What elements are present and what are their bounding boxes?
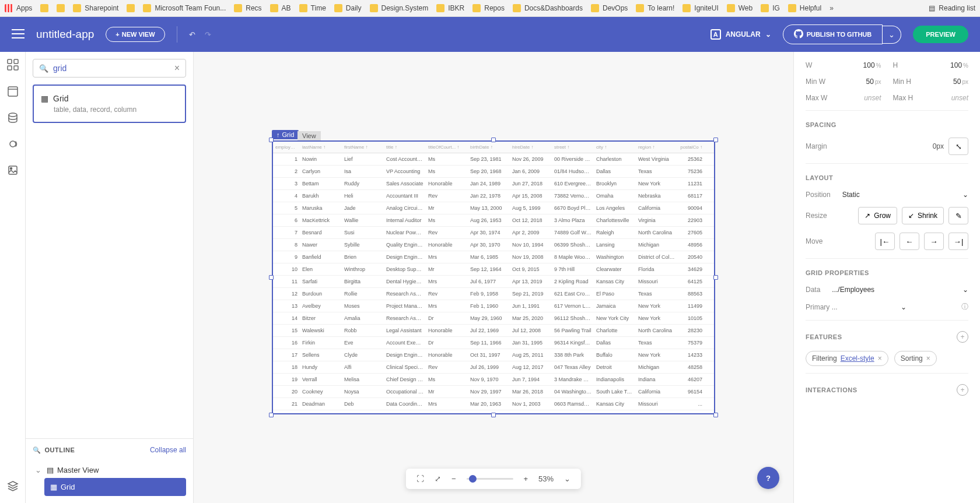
resize-handle-tl[interactable]: [269, 138, 274, 142]
height-value[interactable]: 100%: [950, 61, 968, 69]
minh-value[interactable]: 50px: [953, 78, 968, 86]
resize-handle-left[interactable]: [269, 275, 274, 280]
width-value[interactable]: 100%: [863, 61, 881, 69]
primary-key-select[interactable]: ⌄ ⓘ: [849, 302, 968, 312]
grid-component[interactable]: employeeID ↑lastName ↑firstName ↑title ↑…: [272, 140, 715, 414]
remove-filtering-button[interactable]: ×: [878, 354, 882, 363]
fullscreen-button[interactable]: ⤢: [435, 474, 441, 483]
column-header[interactable]: birthDate ↑: [468, 142, 510, 153]
bookmark-item[interactable]: [127, 4, 135, 12]
table-row[interactable]: 11SarfatiBirgittaDental HygienistMrsJul …: [273, 276, 714, 288]
table-row[interactable]: 19VerrallMelisaChief Design Eng...MsNov …: [273, 374, 714, 386]
column-header[interactable]: postalCo ↑: [678, 142, 705, 153]
publish-button[interactable]: PUBLISH TO GITHUB: [783, 24, 883, 44]
undo-button[interactable]: ↶: [189, 30, 195, 39]
table-row[interactable]: 5MaruskaJadeAnalog Circuit De...MrMay 13…: [273, 202, 714, 214]
table-row[interactable]: 18HundyAlfiClinical SpecialistRevJul 26,…: [273, 361, 714, 374]
table-row[interactable]: 15WalewskiRobbLegal AssistantHonorableJu…: [273, 325, 714, 337]
table-row[interactable]: 20CookneyNoysaOccupational The...MrNov 2…: [273, 386, 714, 398]
data-source-select[interactable]: .../Employees⌄: [832, 286, 968, 294]
data-tab[interactable]: [8, 112, 18, 125]
filtering-mode-link[interactable]: Excel-style: [841, 354, 874, 363]
column-header[interactable]: title ↑: [384, 142, 426, 153]
bookmarks-overflow[interactable]: »: [830, 4, 834, 12]
column-header[interactable]: street ↑: [552, 142, 594, 153]
column-header[interactable]: region ↑: [636, 142, 678, 153]
column-header[interactable]: city ↑: [594, 142, 636, 153]
zoom-out-button[interactable]: −: [452, 474, 456, 483]
maxh-value[interactable]: unset: [951, 94, 968, 102]
chevron-down-icon[interactable]: ⌄: [35, 466, 43, 474]
layers-button[interactable]: [7, 480, 19, 494]
component-grid-card[interactable]: ▦ Grid table, data, record, column: [33, 85, 186, 123]
column-header[interactable]: titleOfCourt... ↑: [426, 142, 468, 153]
bookmark-item[interactable]: Design.System: [370, 4, 429, 12]
assets-tab[interactable]: [8, 165, 18, 177]
bookmark-item[interactable]: [57, 4, 65, 12]
resize-none-button[interactable]: ✎: [949, 207, 968, 224]
table-row[interactable]: 10ElenWinthropDesktop Support...MrSep 12…: [273, 263, 714, 276]
table-row[interactable]: 17SellensClydeDesign EngineerHonorableOc…: [273, 349, 714, 361]
table-row[interactable]: 1NowinLiefCost AccountantMsSep 23, 1981N…: [273, 153, 714, 166]
resize-handle-bl[interactable]: [269, 413, 274, 417]
fit-screen-button[interactable]: ⛶: [416, 474, 424, 483]
bookmark-item[interactable]: [40, 4, 48, 12]
column-header[interactable]: hireDate ↑: [510, 142, 552, 153]
move-end-button[interactable]: →|: [949, 233, 968, 250]
resize-handle-br[interactable]: [713, 413, 718, 417]
bookmark-item[interactable]: Apps: [5, 4, 32, 12]
info-icon[interactable]: ⓘ: [961, 302, 968, 312]
resize-handle-bottom[interactable]: [491, 413, 496, 417]
bookmark-item[interactable]: Repos: [473, 4, 505, 12]
help-button[interactable]: ?: [757, 467, 779, 489]
bookmark-item[interactable]: Daily: [334, 4, 362, 12]
preview-button[interactable]: PREVIEW: [913, 26, 968, 43]
column-header[interactable]: firstName ↑: [342, 142, 384, 153]
move-right-button[interactable]: →: [924, 233, 944, 250]
zoom-slider[interactable]: [466, 478, 513, 480]
table-row[interactable]: 12BurdounRollieResearch Assista...RevFeb…: [273, 288, 714, 300]
margin-expand-button[interactable]: ⤡: [949, 138, 968, 155]
bookmark-item[interactable]: Sharepoint: [73, 4, 118, 12]
shrink-button[interactable]: ↙Shrink: [902, 207, 944, 224]
bookmark-item[interactable]: Helpful: [788, 4, 821, 12]
filtering-chip[interactable]: Filtering Excel-style ×: [806, 351, 888, 366]
table-row[interactable]: 14BitzerAmaliaResearch Assista...DrMay 2…: [273, 312, 714, 325]
publish-dropdown[interactable]: ⌄: [883, 26, 901, 44]
component-search[interactable]: 🔍 ×: [33, 59, 186, 78]
bookmark-item[interactable]: IBKR: [436, 4, 464, 12]
resize-handle-tr[interactable]: [713, 138, 718, 142]
margin-value[interactable]: 0px: [933, 142, 944, 150]
move-left-button[interactable]: ←: [900, 233, 919, 250]
grow-button[interactable]: ↗Grow: [858, 207, 897, 224]
bookmark-item[interactable]: IgniteUI: [682, 4, 718, 12]
views-tab[interactable]: [8, 86, 18, 99]
table-row[interactable]: 21DeadmanDebData CoordinatorMrsMar 20, 1…: [273, 398, 714, 410]
new-view-button[interactable]: + NEW VIEW: [106, 27, 164, 42]
table-row[interactable]: 3BettamRuddySales AssociateHonorableJan …: [273, 178, 714, 190]
collapse-all-link[interactable]: Collapse all: [150, 446, 186, 454]
table-row[interactable]: 6MacKettrickWallieInternal AuditorMsAug …: [273, 214, 714, 227]
reading-list-link[interactable]: ▤ Reading list: [929, 4, 975, 12]
table-row[interactable]: 16FirkinEveAccount ExecutiveDrSep 11, 19…: [273, 337, 714, 349]
bookmark-item[interactable]: Web: [727, 4, 752, 12]
table-row[interactable]: 7BesnardSusiNuclear Power E...RevApr 30,…: [273, 227, 714, 239]
bookmark-item[interactable]: Docs&Dashboards: [513, 4, 583, 12]
bookmark-item[interactable]: Time: [299, 4, 326, 12]
resize-handle-top[interactable]: [491, 138, 496, 142]
selection-badge[interactable]: ↑ Grid: [272, 130, 299, 139]
column-header[interactable]: lastName ↑: [300, 142, 342, 153]
tree-master-view[interactable]: ⌄ ▤ Master View: [33, 462, 186, 478]
framework-selector[interactable]: A ANGULAR ⌄: [710, 29, 771, 40]
add-feature-button[interactable]: +: [957, 331, 968, 343]
minw-value[interactable]: 50px: [866, 78, 881, 86]
sorting-chip[interactable]: Sorting ×: [894, 351, 937, 366]
move-start-button[interactable]: |←: [875, 233, 895, 250]
design-canvas[interactable]: ↑ Grid View employeeID ↑lastName ↑firstN…: [194, 52, 793, 503]
add-interaction-button[interactable]: +: [957, 384, 968, 396]
clear-search-button[interactable]: ×: [174, 63, 180, 73]
bookmark-item[interactable]: IG: [761, 4, 780, 12]
position-select[interactable]: Static⌄: [842, 191, 968, 199]
table-row[interactable]: 9BanfieldBrienDesign EngineerMrsMar 6, 1…: [273, 251, 714, 263]
tree-grid-item[interactable]: ▦ Grid: [44, 478, 186, 496]
